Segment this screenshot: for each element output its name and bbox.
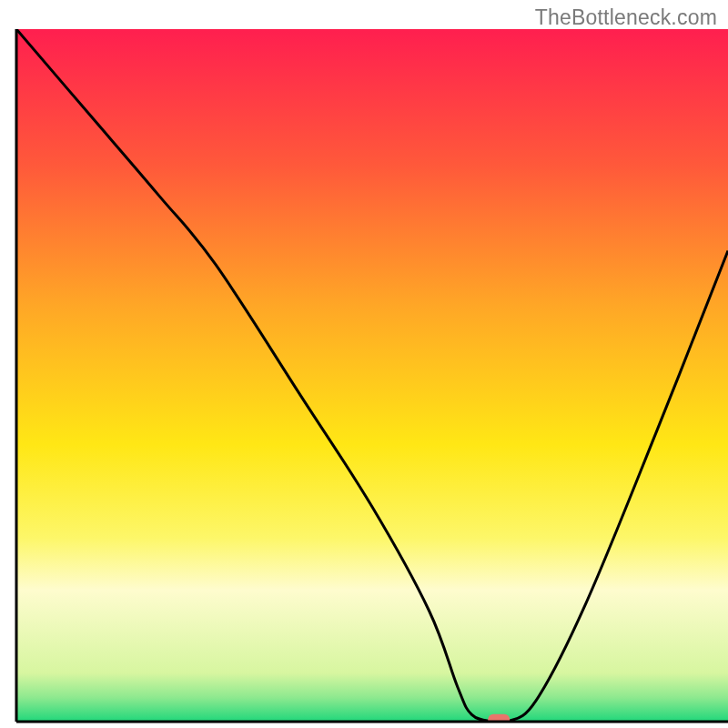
gradient-background [16, 29, 728, 722]
watermark-label: TheBottleneck.com [535, 5, 717, 30]
bottleneck-chart [0, 0, 728, 728]
chart-stage: TheBottleneck.com [0, 0, 728, 728]
optimal-marker [488, 714, 510, 725]
